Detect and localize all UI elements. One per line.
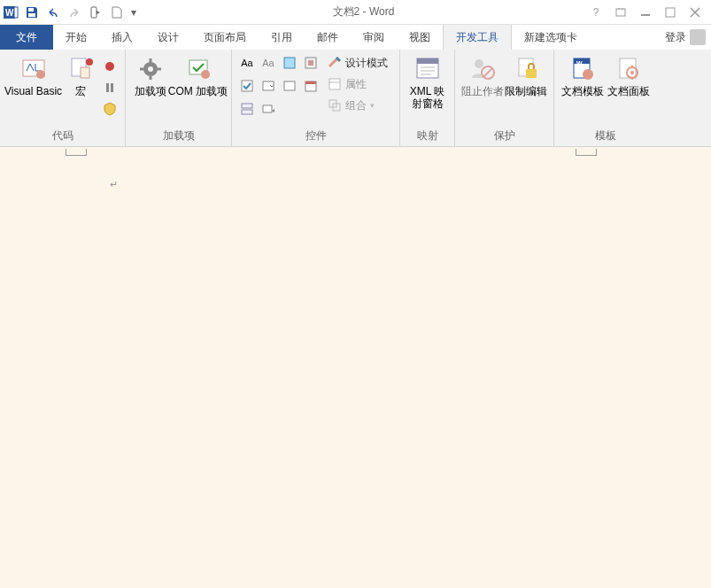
com-addins-icon [184, 55, 213, 83]
visual-basic-button[interactable]: Visual Basic [5, 53, 61, 99]
addins-button[interactable]: 加载项 [131, 53, 170, 99]
minimize-icon[interactable] [637, 4, 654, 21]
svg-rect-49 [526, 69, 537, 78]
close-icon[interactable] [686, 4, 704, 21]
tab-mailings[interactable]: 邮件 [305, 25, 351, 50]
xml-mapping-button[interactable]: XML 映 射窗格 [406, 53, 449, 112]
properties-icon [328, 77, 342, 91]
redo-icon[interactable] [64, 2, 85, 23]
new-doc-icon[interactable] [106, 2, 128, 23]
svg-rect-36 [329, 79, 340, 89]
svg-rect-5 [91, 7, 97, 18]
svg-rect-25 [284, 58, 295, 68]
svg-rect-29 [263, 81, 274, 90]
svg-point-10 [36, 70, 45, 79]
repeating-control-icon[interactable] [237, 99, 257, 119]
record-macro-icon[interactable] [100, 57, 120, 76]
doc-panel-button[interactable]: 文档面板 [606, 53, 652, 99]
tab-layout[interactable]: 页面布局 [191, 25, 259, 50]
touch-mode-icon[interactable] [85, 2, 106, 23]
building-block-control-icon[interactable] [301, 53, 321, 73]
svg-rect-34 [242, 110, 252, 114]
gear-icon [136, 55, 165, 83]
group-controls-button[interactable]: 组合 ▾ [324, 96, 391, 115]
document-area[interactable]: ↵ [0, 147, 711, 588]
doc-panel-icon [614, 55, 643, 83]
svg-rect-16 [111, 83, 113, 92]
ribbon: Visual Basic 宏 代码 加载项 COM 加载项 [0, 50, 711, 147]
properties-button[interactable]: 属性 [324, 74, 391, 94]
svg-rect-41 [417, 58, 438, 64]
svg-point-14 [105, 62, 114, 71]
svg-rect-3 [28, 8, 34, 12]
macro-security-icon[interactable] [100, 99, 120, 119]
design-mode-icon [328, 56, 342, 70]
svg-rect-33 [242, 104, 252, 108]
tab-file[interactable]: 文件 [0, 25, 53, 50]
svg-text:W: W [576, 60, 583, 66]
group-addins: 加载项 COM 加载项 加载项 [126, 50, 232, 146]
margin-marker-left [66, 149, 87, 156]
combobox-control-icon[interactable] [259, 76, 278, 96]
word-app-icon[interactable]: W [0, 2, 21, 23]
group-code: Visual Basic 宏 代码 [0, 50, 126, 146]
tab-review[interactable]: 审阅 [351, 25, 397, 50]
group-controls-label: 控件 [232, 128, 399, 146]
help-icon[interactable]: ? [587, 4, 605, 21]
svg-rect-4 [28, 13, 35, 17]
margin-marker-right [576, 149, 597, 156]
pause-macro-icon[interactable] [100, 78, 120, 97]
paragraph-mark-icon: ↵ [110, 179, 118, 190]
doc-template-icon: W [568, 55, 597, 83]
window-title: 文档2 - Word [140, 4, 587, 19]
checkbox-control-icon[interactable] [237, 76, 257, 96]
group-addins-label: 加载项 [126, 128, 231, 146]
xml-pane-icon [413, 55, 442, 83]
group-code-label: 代码 [0, 128, 125, 146]
svg-point-53 [583, 69, 593, 80]
picture-control-icon[interactable] [280, 53, 299, 73]
plain-text-control-icon[interactable]: Aa [259, 53, 278, 73]
svg-rect-6 [616, 9, 625, 16]
macros-button[interactable]: 宏 [61, 53, 100, 99]
svg-point-13 [86, 58, 93, 66]
tab-design[interactable]: 设计 [145, 25, 191, 50]
legacy-tools-icon[interactable] [259, 99, 278, 119]
restrict-editing-button[interactable]: 限制编辑 [505, 53, 549, 99]
document-page: ↵ [0, 147, 711, 588]
qa-customize-dropdown[interactable]: ▾ [128, 2, 140, 23]
dropdown-control-icon[interactable] [280, 76, 299, 96]
svg-point-56 [630, 71, 634, 74]
svg-point-45 [475, 59, 483, 68]
group-controls: Aa Aa 设计模式 [232, 50, 400, 146]
tab-new[interactable]: 新建选项卡 [512, 25, 590, 50]
restrict-editing-icon [512, 55, 540, 83]
design-mode-button[interactable]: 设计模式 [324, 53, 391, 73]
tab-home[interactable]: 开始 [53, 25, 99, 50]
ribbon-display-icon[interactable] [612, 4, 630, 21]
macros-icon [66, 55, 95, 83]
date-control-icon[interactable] [301, 76, 321, 96]
block-authors-button[interactable]: 阻止作者 [460, 53, 505, 99]
title-bar: W ▾ 文档2 - Word ? [0, 0, 711, 25]
ribbon-tabs: 文件 开始 插入 设计 页面布局 引用 邮件 审阅 视图 开发工具 新建选项卡 … [0, 25, 711, 50]
visual-basic-icon [19, 55, 48, 83]
tab-insert[interactable]: 插入 [99, 25, 145, 50]
rich-text-control-icon[interactable]: Aa [237, 53, 257, 73]
svg-rect-35 [263, 105, 272, 112]
tab-view[interactable]: 视图 [397, 25, 443, 50]
avatar-icon[interactable] [690, 29, 706, 45]
tab-developer[interactable]: 开发工具 [443, 25, 512, 50]
doc-template-button[interactable]: W 文档模板 [560, 53, 606, 99]
maximize-icon[interactable] [661, 4, 679, 21]
chevron-down-icon: ▾ [370, 101, 375, 110]
save-icon[interactable] [21, 2, 43, 23]
tab-references[interactable]: 引用 [259, 25, 305, 50]
com-addins-button[interactable]: COM 加载项 [170, 53, 226, 99]
svg-rect-30 [284, 81, 295, 90]
svg-rect-27 [308, 60, 313, 66]
login-link[interactable]: 登录 [665, 30, 686, 45]
quick-access-toolbar: W ▾ [0, 0, 140, 24]
undo-icon[interactable] [43, 2, 64, 23]
window-controls: ? [587, 4, 711, 21]
